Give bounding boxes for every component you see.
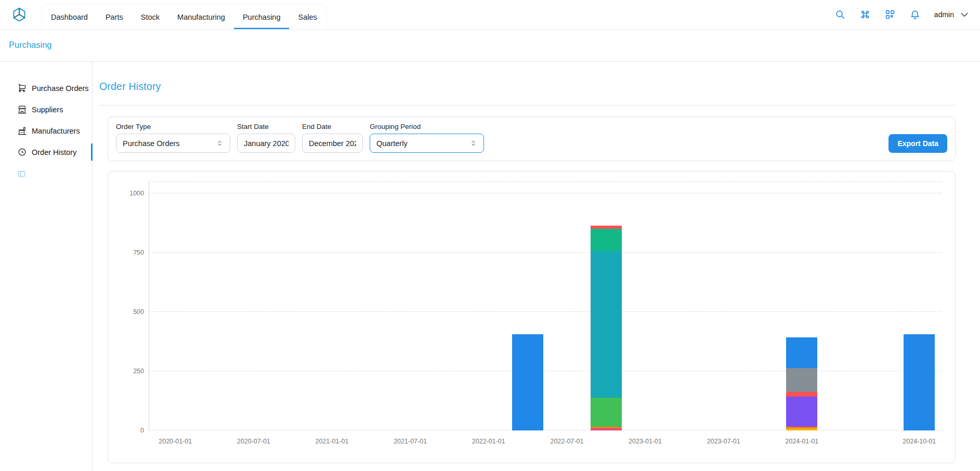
x-axis-tick-label: 2020-07-01	[237, 438, 270, 445]
x-axis-tick-label: 2024-01-01	[785, 438, 818, 445]
chart-bar	[512, 334, 543, 430]
grouping-period-label: Grouping Period	[370, 123, 484, 130]
tab-manufacturing[interactable]: Manufacturing	[168, 5, 234, 29]
tab-dashboard[interactable]: Dashboard	[42, 5, 97, 29]
order-type-label: Order Type	[116, 123, 230, 130]
y-axis-tick-label: 750	[120, 249, 144, 256]
x-axis-tick-label: 2023-01-01	[629, 438, 662, 445]
sidebar-item-label: Suppliers	[32, 106, 63, 114]
start-date-label: Start Date	[237, 123, 295, 130]
bar-segment	[786, 392, 817, 397]
bar-segment	[591, 229, 622, 251]
gridline	[149, 371, 942, 371]
gridline	[149, 193, 942, 193]
sidebar-item-label: Purchase Orders	[32, 84, 89, 93]
export-data-button[interactable]: Export Data	[888, 134, 947, 153]
chevron-up-down-icon	[216, 139, 224, 147]
command-palette-icon[interactable]	[859, 9, 871, 20]
bar-segment	[591, 428, 622, 430]
app-logo[interactable]	[10, 6, 28, 23]
y-axis-tick-label: 0	[120, 427, 144, 434]
main-panel: Order History Order Type Purchase Orders…	[93, 62, 980, 470]
main-nav: Dashboard Parts Stock Manufacturing Purc…	[42, 4, 326, 29]
building-store-icon	[17, 104, 27, 114]
sidebar-item-purchase-orders[interactable]: Purchase Orders	[0, 77, 92, 99]
x-axis-tick-label: 2021-01-01	[316, 438, 349, 445]
x-axis-tick-label: 2022-01-01	[472, 438, 505, 445]
bar-segment	[786, 368, 817, 392]
y-axis-tick-label: 250	[120, 368, 144, 375]
content-area: Purchase Orders Suppliers Manufacturers	[0, 62, 980, 470]
bar-segment	[786, 428, 817, 430]
shopping-cart-icon	[17, 83, 27, 93]
chart-bar	[591, 226, 622, 430]
gridline	[149, 252, 942, 253]
plot-top-gridline	[149, 181, 942, 182]
end-date-input[interactable]	[309, 139, 356, 148]
tab-purchasing[interactable]: Purchasing	[234, 5, 290, 29]
sidebar-item-order-history[interactable]: Order History	[0, 141, 92, 163]
end-date-field	[302, 134, 363, 153]
end-date-group: End Date	[302, 123, 363, 153]
start-date-field	[237, 134, 295, 153]
notifications-bell-icon[interactable]	[909, 9, 921, 20]
bar-segment	[512, 334, 543, 430]
chart-bar	[786, 337, 817, 430]
grouping-period-select[interactable]: Quarterly	[370, 134, 484, 153]
header-actions: admin	[834, 9, 970, 20]
bar-segment	[786, 337, 817, 368]
barcode-scan-icon[interactable]	[884, 9, 896, 20]
section-divider	[99, 105, 956, 106]
page-title: Order History	[99, 81, 956, 93]
start-date-group: Start Date	[237, 123, 295, 153]
history-clock-icon	[17, 147, 27, 157]
sidebar-collapse-icon[interactable]	[17, 169, 26, 178]
username-label: admin	[934, 10, 954, 19]
breadcrumb-purchasing[interactable]: Purchasing	[9, 40, 52, 49]
chart-card: 025050075010002020-01-012020-07-012021-0…	[108, 171, 956, 463]
bar-segment	[786, 397, 817, 426]
x-axis-tick-label: 2021-07-01	[394, 438, 427, 445]
gridline	[149, 311, 942, 312]
x-axis-tick-label: 2023-07-01	[707, 438, 740, 445]
user-menu[interactable]: admin	[934, 9, 970, 20]
order-type-value: Purchase Orders	[123, 139, 180, 148]
y-axis-tick-label: 1000	[120, 190, 144, 197]
filter-card: Order Type Purchase Orders Start Date	[108, 116, 956, 161]
y-axis-tick-label: 500	[120, 308, 144, 316]
app-header: Dashboard Parts Stock Manufacturing Purc…	[0, 0, 980, 30]
search-icon[interactable]	[834, 9, 846, 20]
gridline	[149, 430, 942, 430]
logo-hexagon-icon	[11, 7, 27, 22]
grouping-period-group: Grouping Period Quarterly	[370, 123, 484, 153]
chevron-up-down-icon	[469, 139, 477, 147]
bar-segment	[591, 251, 622, 398]
sidebar-item-suppliers[interactable]: Suppliers	[0, 99, 92, 120]
purchasing-sidebar: Purchase Orders Suppliers Manufacturers	[0, 62, 93, 470]
breadcrumb: Purchasing	[0, 30, 980, 62]
factory-icon	[17, 126, 27, 136]
sidebar-item-label: Order History	[32, 148, 76, 156]
bar-segment	[904, 334, 935, 430]
order-type-group: Order Type Purchase Orders	[116, 123, 230, 153]
tab-stock[interactable]: Stock	[132, 5, 168, 29]
bar-segment	[591, 398, 622, 427]
order-type-select[interactable]: Purchase Orders	[116, 134, 230, 153]
tab-parts[interactable]: Parts	[97, 5, 132, 29]
chart-bar	[904, 334, 935, 430]
start-date-input[interactable]	[244, 139, 289, 148]
sidebar-item-label: Manufacturers	[32, 127, 80, 135]
x-axis-tick-label: 2024-10-01	[903, 438, 936, 445]
sidebar-item-manufacturers[interactable]: Manufacturers	[0, 120, 92, 141]
grouping-period-value: Quarterly	[376, 139, 408, 148]
x-axis-tick-label: 2020-01-01	[159, 438, 192, 445]
chart-plot: 025050075010002020-01-012020-07-012021-0…	[149, 182, 942, 430]
end-date-label: End Date	[302, 123, 363, 130]
tab-sales[interactable]: Sales	[289, 5, 325, 29]
x-axis-tick-label: 2022-07-01	[550, 438, 583, 445]
chevron-down-icon	[959, 9, 970, 20]
